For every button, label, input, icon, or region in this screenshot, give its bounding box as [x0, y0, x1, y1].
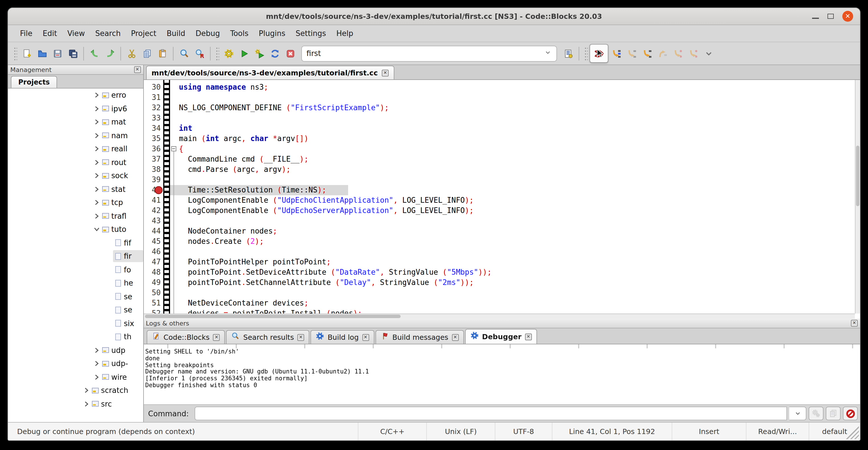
build-button[interactable]: [221, 46, 236, 61]
log-tab-close-icon[interactable]: ✕: [297, 334, 304, 341]
save-all-button[interactable]: [65, 46, 81, 61]
cut-button[interactable]: [124, 46, 139, 61]
find-button[interactable]: [176, 46, 192, 61]
command-input[interactable]: [195, 407, 787, 420]
debug-tools-button[interactable]: [809, 407, 824, 420]
next-instruction-button[interactable]: [670, 46, 685, 61]
command-history-dropdown[interactable]: [789, 407, 806, 420]
chevron-right-icon[interactable]: [92, 146, 100, 152]
editor-vertical-scrollbar[interactable]: [855, 80, 860, 313]
breakpoint-icon[interactable]: [154, 186, 162, 194]
menu-project[interactable]: Project: [126, 25, 161, 42]
menu-search[interactable]: Search: [90, 25, 126, 42]
tree-item-src[interactable]: src: [8, 397, 143, 411]
fold-collapse-icon[interactable]: −: [171, 146, 176, 151]
menu-plugins[interactable]: Plugins: [254, 25, 290, 42]
redo-button[interactable]: [102, 46, 118, 61]
tree-item-udp[interactable]: udp: [8, 343, 143, 357]
toolbar-overflow-button[interactable]: [701, 46, 716, 61]
build-target-combo[interactable]: first: [301, 46, 557, 61]
tree-item-sock[interactable]: sock: [8, 169, 143, 182]
undo-button[interactable]: [87, 46, 102, 61]
run-button[interactable]: [236, 46, 252, 61]
editor-horizontal-scrollbar[interactable]: [144, 313, 855, 319]
chevron-right-icon[interactable]: [92, 374, 100, 380]
editor-tab-close-icon[interactable]: ✕: [382, 69, 389, 76]
log-tab-close-icon[interactable]: ✕: [525, 333, 532, 340]
tree-item-tuto[interactable]: tuto: [8, 223, 143, 236]
debugger-output[interactable]: Setting SHELL to '/bin/sh'doneSetting br…: [144, 344, 860, 405]
replace-button[interactable]: R: [192, 46, 207, 61]
menu-debug[interactable]: Debug: [190, 25, 225, 42]
save-button[interactable]: [50, 46, 65, 61]
management-close-icon[interactable]: ✕: [134, 66, 141, 73]
menu-tools[interactable]: Tools: [225, 25, 254, 42]
log-tab-build-log[interactable]: Build log✕: [310, 330, 374, 344]
step-out-button[interactable]: [655, 46, 670, 61]
editor-tab-first-cc[interactable]: mnt/dev/tools/source/ns-3-dev/examples/t…: [146, 66, 394, 79]
tree-item-mat[interactable]: mat: [8, 115, 143, 129]
target-options-button[interactable]: [560, 46, 576, 61]
logs-close-icon[interactable]: ✕: [851, 320, 858, 327]
chevron-down-icon[interactable]: [544, 48, 552, 59]
step-into-button[interactable]: [639, 46, 655, 61]
step-into-instruction-button[interactable]: [685, 46, 701, 61]
close-button[interactable]: ✕: [842, 11, 853, 22]
menu-file[interactable]: File: [15, 25, 38, 42]
tab-projects[interactable]: Projects: [11, 76, 57, 88]
menu-view[interactable]: View: [62, 25, 90, 42]
next-line-button[interactable]: [624, 46, 639, 61]
chevron-right-icon[interactable]: [92, 159, 100, 166]
log-tab-search-results[interactable]: Search results✕: [226, 330, 310, 344]
paste-button[interactable]: [155, 46, 170, 61]
chevron-right-icon[interactable]: [92, 213, 100, 219]
chevron-right-icon[interactable]: [92, 106, 100, 112]
log-tab-build-messages[interactable]: Build messages✕: [375, 330, 464, 344]
copy-button[interactable]: [139, 46, 155, 61]
tree-item-fir[interactable]: fir: [8, 249, 143, 263]
chevron-right-icon[interactable]: [82, 401, 90, 407]
toolbar-grip[interactable]: [215, 46, 219, 61]
build-and-run-button[interactable]: [252, 46, 267, 61]
tree-item-fif[interactable]: fif: [8, 236, 143, 249]
tree-item-erro[interactable]: erro: [8, 89, 143, 102]
run-to-cursor-button[interactable]: [608, 46, 624, 61]
abort-build-button[interactable]: [282, 46, 298, 61]
log-tab-close-icon[interactable]: ✕: [362, 334, 369, 341]
tree-item-six[interactable]: six: [8, 317, 143, 330]
title-bar[interactable]: mnt/dev/tools/source/ns-3-dev/examples/t…: [8, 8, 860, 25]
tree-item-nam[interactable]: nam: [8, 129, 143, 142]
menu-edit[interactable]: Edit: [38, 25, 62, 42]
chevron-right-icon[interactable]: [92, 186, 100, 192]
tree-item-reall[interactable]: reall: [8, 142, 143, 156]
tree-item-fo[interactable]: fo: [8, 263, 143, 276]
chevron-right-icon[interactable]: [92, 361, 100, 367]
tree-item-he[interactable]: he: [8, 276, 143, 290]
rebuild-button[interactable]: [267, 46, 282, 61]
menu-settings[interactable]: Settings: [290, 25, 331, 42]
tree-item-se[interactable]: se: [8, 290, 143, 303]
chevron-right-icon[interactable]: [92, 173, 100, 179]
chevron-right-icon[interactable]: [82, 387, 90, 394]
log-tab-debugger[interactable]: Debugger✕: [465, 329, 537, 344]
log-tab-close-icon[interactable]: ✕: [213, 334, 220, 341]
code-editor[interactable]: 30using namespace ns3;3132NS_LOG_COMPONE…: [144, 80, 860, 319]
log-tab-close-icon[interactable]: ✕: [452, 334, 459, 341]
tree-item-trafl[interactable]: trafl: [8, 209, 143, 223]
tree-item-th[interactable]: th: [8, 330, 143, 343]
copy-log-button[interactable]: [826, 407, 841, 420]
tree-item-udp-[interactable]: udp-: [8, 357, 143, 370]
tree-item-stat[interactable]: stat: [8, 182, 143, 196]
chevron-right-icon[interactable]: [92, 92, 100, 98]
debug-continue-button[interactable]: [590, 44, 608, 63]
menu-help[interactable]: Help: [331, 25, 359, 42]
chevron-right-icon[interactable]: [92, 132, 100, 139]
tree-item-ipv6[interactable]: ipv6: [8, 102, 143, 115]
tree-item-rout[interactable]: rout: [8, 156, 143, 169]
chevron-right-icon[interactable]: [92, 200, 100, 206]
toolbar-grip[interactable]: [13, 46, 17, 61]
tree-item-wire[interactable]: wire: [8, 370, 143, 384]
minimize-button[interactable]: [812, 18, 819, 19]
stop-debugger-button[interactable]: [843, 407, 858, 420]
tree-item-tcp[interactable]: tcp: [8, 196, 143, 209]
